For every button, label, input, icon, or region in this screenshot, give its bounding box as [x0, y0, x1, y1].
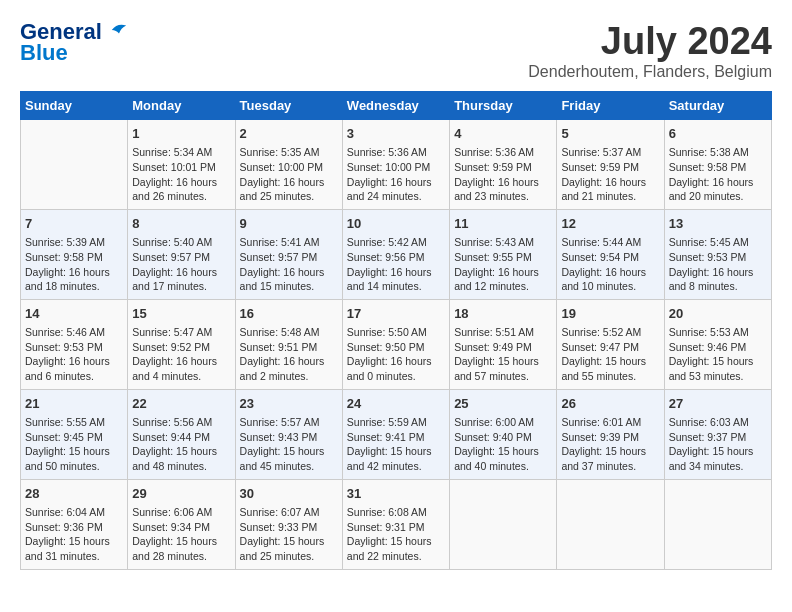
calendar-cell: 17Sunrise: 5:50 AM Sunset: 9:50 PM Dayli… — [342, 299, 449, 389]
main-title: July 2024 — [528, 20, 772, 63]
day-number: 8 — [132, 215, 230, 233]
day-number: 13 — [669, 215, 767, 233]
calendar-header-tuesday: Tuesday — [235, 92, 342, 120]
calendar-cell: 3Sunrise: 5:36 AM Sunset: 10:00 PM Dayli… — [342, 120, 449, 210]
day-number: 3 — [347, 125, 445, 143]
calendar-header-monday: Monday — [128, 92, 235, 120]
calendar-cell: 20Sunrise: 5:53 AM Sunset: 9:46 PM Dayli… — [664, 299, 771, 389]
day-info: Sunrise: 5:42 AM Sunset: 9:56 PM Dayligh… — [347, 235, 445, 294]
day-info: Sunrise: 5:56 AM Sunset: 9:44 PM Dayligh… — [132, 415, 230, 474]
calendar-cell: 18Sunrise: 5:51 AM Sunset: 9:49 PM Dayli… — [450, 299, 557, 389]
day-info: Sunrise: 6:04 AM Sunset: 9:36 PM Dayligh… — [25, 505, 123, 564]
calendar-header-wednesday: Wednesday — [342, 92, 449, 120]
header: General Blue July 2024 Denderhoutem, Fla… — [20, 20, 772, 81]
logo-bird-icon — [110, 21, 128, 39]
day-info: Sunrise: 5:36 AM Sunset: 10:00 PM Daylig… — [347, 145, 445, 204]
calendar-cell: 26Sunrise: 6:01 AM Sunset: 9:39 PM Dayli… — [557, 389, 664, 479]
day-number: 24 — [347, 395, 445, 413]
calendar-cell: 31Sunrise: 6:08 AM Sunset: 9:31 PM Dayli… — [342, 479, 449, 569]
day-number: 4 — [454, 125, 552, 143]
day-number: 12 — [561, 215, 659, 233]
day-info: Sunrise: 6:03 AM Sunset: 9:37 PM Dayligh… — [669, 415, 767, 474]
day-info: Sunrise: 5:50 AM Sunset: 9:50 PM Dayligh… — [347, 325, 445, 384]
day-number: 23 — [240, 395, 338, 413]
day-info: Sunrise: 5:40 AM Sunset: 9:57 PM Dayligh… — [132, 235, 230, 294]
calendar-cell: 6Sunrise: 5:38 AM Sunset: 9:58 PM Daylig… — [664, 120, 771, 210]
day-number: 10 — [347, 215, 445, 233]
day-info: Sunrise: 5:34 AM Sunset: 10:01 PM Daylig… — [132, 145, 230, 204]
day-number: 26 — [561, 395, 659, 413]
day-info: Sunrise: 6:07 AM Sunset: 9:33 PM Dayligh… — [240, 505, 338, 564]
calendar-cell — [664, 479, 771, 569]
day-number: 6 — [669, 125, 767, 143]
calendar-cell: 29Sunrise: 6:06 AM Sunset: 9:34 PM Dayli… — [128, 479, 235, 569]
calendar-cell — [450, 479, 557, 569]
day-number: 27 — [669, 395, 767, 413]
calendar-header-thursday: Thursday — [450, 92, 557, 120]
day-number: 11 — [454, 215, 552, 233]
day-info: Sunrise: 5:41 AM Sunset: 9:57 PM Dayligh… — [240, 235, 338, 294]
day-number: 9 — [240, 215, 338, 233]
day-number: 14 — [25, 305, 123, 323]
calendar-cell: 12Sunrise: 5:44 AM Sunset: 9:54 PM Dayli… — [557, 209, 664, 299]
calendar-cell: 14Sunrise: 5:46 AM Sunset: 9:53 PM Dayli… — [21, 299, 128, 389]
day-info: Sunrise: 5:43 AM Sunset: 9:55 PM Dayligh… — [454, 235, 552, 294]
day-number: 17 — [347, 305, 445, 323]
day-number: 2 — [240, 125, 338, 143]
subtitle: Denderhoutem, Flanders, Belgium — [528, 63, 772, 81]
day-info: Sunrise: 5:46 AM Sunset: 9:53 PM Dayligh… — [25, 325, 123, 384]
day-info: Sunrise: 5:36 AM Sunset: 9:59 PM Dayligh… — [454, 145, 552, 204]
day-info: Sunrise: 5:52 AM Sunset: 9:47 PM Dayligh… — [561, 325, 659, 384]
day-number: 28 — [25, 485, 123, 503]
day-number: 25 — [454, 395, 552, 413]
day-info: Sunrise: 5:35 AM Sunset: 10:00 PM Daylig… — [240, 145, 338, 204]
calendar-cell: 11Sunrise: 5:43 AM Sunset: 9:55 PM Dayli… — [450, 209, 557, 299]
day-info: Sunrise: 5:44 AM Sunset: 9:54 PM Dayligh… — [561, 235, 659, 294]
calendar-cell: 21Sunrise: 5:55 AM Sunset: 9:45 PM Dayli… — [21, 389, 128, 479]
day-info: Sunrise: 5:39 AM Sunset: 9:58 PM Dayligh… — [25, 235, 123, 294]
calendar-cell: 27Sunrise: 6:03 AM Sunset: 9:37 PM Dayli… — [664, 389, 771, 479]
calendar-week-row: 28Sunrise: 6:04 AM Sunset: 9:36 PM Dayli… — [21, 479, 772, 569]
day-number: 29 — [132, 485, 230, 503]
calendar-cell: 2Sunrise: 5:35 AM Sunset: 10:00 PM Dayli… — [235, 120, 342, 210]
calendar-header-saturday: Saturday — [664, 92, 771, 120]
calendar-header-row: SundayMondayTuesdayWednesdayThursdayFrid… — [21, 92, 772, 120]
calendar-header-friday: Friday — [557, 92, 664, 120]
calendar-cell: 8Sunrise: 5:40 AM Sunset: 9:57 PM Daylig… — [128, 209, 235, 299]
calendar-week-row: 14Sunrise: 5:46 AM Sunset: 9:53 PM Dayli… — [21, 299, 772, 389]
day-info: Sunrise: 5:38 AM Sunset: 9:58 PM Dayligh… — [669, 145, 767, 204]
day-info: Sunrise: 5:45 AM Sunset: 9:53 PM Dayligh… — [669, 235, 767, 294]
calendar-cell: 9Sunrise: 5:41 AM Sunset: 9:57 PM Daylig… — [235, 209, 342, 299]
calendar-cell: 13Sunrise: 5:45 AM Sunset: 9:53 PM Dayli… — [664, 209, 771, 299]
day-number: 19 — [561, 305, 659, 323]
day-info: Sunrise: 5:53 AM Sunset: 9:46 PM Dayligh… — [669, 325, 767, 384]
day-number: 30 — [240, 485, 338, 503]
day-number: 15 — [132, 305, 230, 323]
day-info: Sunrise: 5:57 AM Sunset: 9:43 PM Dayligh… — [240, 415, 338, 474]
calendar-cell: 15Sunrise: 5:47 AM Sunset: 9:52 PM Dayli… — [128, 299, 235, 389]
calendar-cell: 16Sunrise: 5:48 AM Sunset: 9:51 PM Dayli… — [235, 299, 342, 389]
day-info: Sunrise: 5:55 AM Sunset: 9:45 PM Dayligh… — [25, 415, 123, 474]
calendar-cell: 28Sunrise: 6:04 AM Sunset: 9:36 PM Dayli… — [21, 479, 128, 569]
calendar-cell: 25Sunrise: 6:00 AM Sunset: 9:40 PM Dayli… — [450, 389, 557, 479]
title-block: July 2024 Denderhoutem, Flanders, Belgiu… — [528, 20, 772, 81]
calendar-cell: 22Sunrise: 5:56 AM Sunset: 9:44 PM Dayli… — [128, 389, 235, 479]
day-number: 22 — [132, 395, 230, 413]
logo: General Blue — [20, 20, 128, 66]
calendar-cell: 10Sunrise: 5:42 AM Sunset: 9:56 PM Dayli… — [342, 209, 449, 299]
calendar-week-row: 1Sunrise: 5:34 AM Sunset: 10:01 PM Dayli… — [21, 120, 772, 210]
day-info: Sunrise: 5:59 AM Sunset: 9:41 PM Dayligh… — [347, 415, 445, 474]
day-info: Sunrise: 5:37 AM Sunset: 9:59 PM Dayligh… — [561, 145, 659, 204]
calendar-cell — [21, 120, 128, 210]
calendar-cell: 7Sunrise: 5:39 AM Sunset: 9:58 PM Daylig… — [21, 209, 128, 299]
day-info: Sunrise: 6:08 AM Sunset: 9:31 PM Dayligh… — [347, 505, 445, 564]
day-info: Sunrise: 6:01 AM Sunset: 9:39 PM Dayligh… — [561, 415, 659, 474]
calendar-cell: 30Sunrise: 6:07 AM Sunset: 9:33 PM Dayli… — [235, 479, 342, 569]
calendar-week-row: 21Sunrise: 5:55 AM Sunset: 9:45 PM Dayli… — [21, 389, 772, 479]
day-number: 7 — [25, 215, 123, 233]
calendar-cell: 1Sunrise: 5:34 AM Sunset: 10:01 PM Dayli… — [128, 120, 235, 210]
day-info: Sunrise: 6:00 AM Sunset: 9:40 PM Dayligh… — [454, 415, 552, 474]
day-info: Sunrise: 5:51 AM Sunset: 9:49 PM Dayligh… — [454, 325, 552, 384]
day-number: 31 — [347, 485, 445, 503]
day-info: Sunrise: 5:48 AM Sunset: 9:51 PM Dayligh… — [240, 325, 338, 384]
